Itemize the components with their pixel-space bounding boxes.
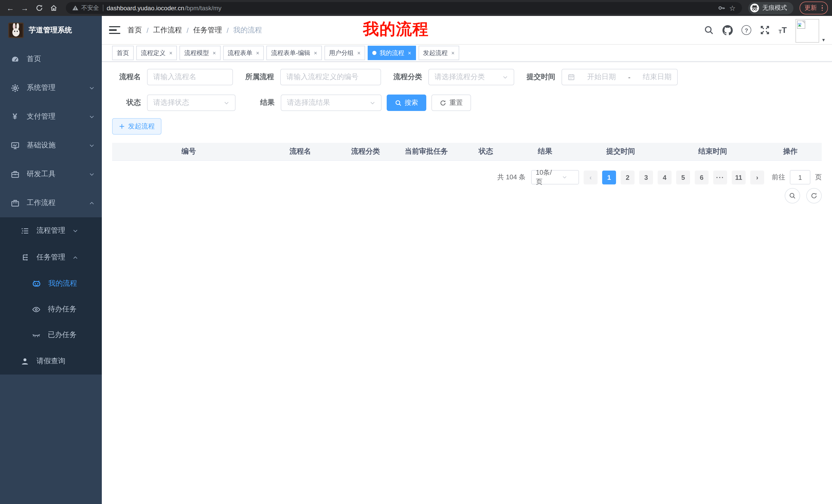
chevron-down-icon: [89, 85, 95, 91]
prev-page-button[interactable]: ‹: [583, 170, 598, 184]
address-bar[interactable]: 不安全 dashboard.yudao.iocoder.cn/bpm/task/…: [66, 2, 742, 14]
toolbox-icon: [10, 170, 20, 178]
sidebar-item-infrastructure[interactable]: 基础设施: [0, 131, 102, 160]
screen: ← → 不安全 dashboard.yudao.iocoder.cn/bpm/t…: [0, 0, 832, 504]
date-start-placeholder: 开始日期: [587, 73, 616, 82]
annotation-text: 我的流程: [363, 19, 429, 40]
tab-6[interactable]: 我的流程×: [368, 46, 416, 60]
avatar[interactable]: [796, 19, 819, 43]
chevron-down-icon: [89, 143, 95, 148]
jump-page-input[interactable]: 1: [790, 170, 810, 185]
sidebar-item-label: 支付管理: [27, 112, 82, 121]
logo-image: [8, 23, 24, 38]
avatar-caret-icon[interactable]: ▾: [822, 37, 825, 43]
next-page-button[interactable]: ›: [750, 170, 764, 184]
search-icon[interactable]: [704, 25, 714, 35]
sidebar-item-done-tasks[interactable]: 已办任务: [0, 322, 102, 348]
sidebar-item-my-process[interactable]: 我的流程: [0, 271, 102, 297]
result-select[interactable]: 请选择流结果: [281, 94, 382, 111]
sidebar-item-payment[interactable]: ¥ 支付管理: [0, 102, 102, 131]
tab-1[interactable]: 流程定义×: [136, 46, 177, 60]
robot-icon: [32, 279, 41, 288]
category-select[interactable]: 请选择流程分类: [428, 69, 514, 85]
filter-time-label: 提交时间: [526, 73, 562, 82]
tab-label: 流程表单-编辑: [271, 49, 310, 57]
breadcrumb-task-management[interactable]: 任务管理: [193, 25, 222, 35]
sidebar-item-process-management[interactable]: 流程管理: [0, 217, 102, 244]
breadcrumb-workflow[interactable]: 工作流程: [153, 25, 182, 35]
tab-2[interactable]: 流程模型×: [180, 46, 220, 60]
more-pages-button[interactable]: ···: [713, 170, 727, 184]
page-button-3[interactable]: 3: [639, 170, 653, 184]
browser-home-button[interactable]: [47, 2, 60, 14]
close-icon[interactable]: ×: [213, 50, 216, 56]
page-button-1[interactable]: 1: [602, 170, 616, 184]
bookmark-star-icon[interactable]: ☆: [729, 4, 735, 12]
submit-time-range-picker[interactable]: 开始日期 - 结束日期: [562, 69, 678, 85]
sidebar-item-label: 待办任务: [48, 305, 77, 314]
browser-forward-button[interactable]: →: [19, 2, 31, 14]
page-size-select[interactable]: 10条/页: [531, 170, 579, 185]
close-icon[interactable]: ×: [357, 50, 361, 56]
col-end-time: 结束时间: [667, 143, 759, 161]
refresh-button[interactable]: [806, 188, 822, 203]
page-button-6[interactable]: 6: [695, 170, 709, 184]
process-definition-input[interactable]: 请输入流程定义的编号: [280, 69, 381, 85]
github-icon[interactable]: [723, 25, 733, 35]
close-icon[interactable]: ×: [169, 50, 173, 56]
hamburger-icon[interactable]: [109, 26, 120, 34]
sidebar-item-workflow[interactable]: 工作流程: [0, 189, 102, 217]
fullscreen-icon[interactable]: [760, 25, 770, 35]
browser-back-button[interactable]: ←: [4, 2, 17, 14]
close-icon[interactable]: ×: [314, 50, 317, 56]
user-icon: [21, 357, 29, 366]
breadcrumb-current: 我的流程: [233, 25, 262, 35]
sidebar-item-label: 请假查询: [36, 357, 65, 366]
sidebar-item-task-management[interactable]: 任务管理: [0, 244, 102, 271]
incognito-icon: [750, 3, 759, 13]
page-button-2[interactable]: 2: [621, 170, 634, 184]
search-toggle-button[interactable]: [785, 188, 800, 203]
tree-icon: [21, 253, 29, 262]
sidebar-item-label: 工作流程: [27, 198, 82, 207]
breadcrumb-home[interactable]: 首页: [128, 25, 142, 35]
sidebar-item-home[interactable]: 首页: [0, 45, 102, 74]
tab-5[interactable]: 用户分组×: [324, 46, 365, 60]
url-path: /bpm/task/my: [185, 4, 222, 11]
sidebar-item-leave-query[interactable]: 请假查询: [0, 348, 102, 374]
close-icon[interactable]: ×: [256, 50, 259, 56]
page-button-5[interactable]: 5: [676, 170, 690, 184]
col-result: 结果: [515, 143, 575, 161]
page-button-11[interactable]: 11: [732, 170, 746, 184]
sidebar-item-todo-tasks[interactable]: 待办任务: [0, 297, 102, 322]
create-process-button[interactable]: 发起流程: [112, 118, 161, 135]
status-select[interactable]: 请选择状态: [147, 94, 235, 111]
reset-button[interactable]: 重置: [432, 94, 471, 111]
tab-0[interactable]: 首页: [112, 46, 134, 60]
dashboard-icon: [10, 55, 20, 63]
browser-reload-button[interactable]: [33, 2, 45, 14]
sidebar-item-devtools[interactable]: 研发工具: [0, 160, 102, 189]
search-icon: [395, 100, 401, 106]
tab-7[interactable]: 发起流程×: [418, 46, 459, 60]
site-security[interactable]: 不安全: [72, 4, 99, 12]
process-name-input[interactable]: 请输入流程名: [147, 69, 233, 85]
total-count: 共 104 条: [497, 173, 525, 182]
chevron-up-icon: [73, 255, 78, 260]
sidebar-item-system[interactable]: 系统管理: [0, 74, 102, 102]
password-key-icon[interactable]: [718, 4, 726, 12]
tab-4[interactable]: 流程表单-编辑×: [267, 46, 322, 60]
help-icon[interactable]: ?: [742, 25, 751, 35]
tab-label: 流程表单: [228, 49, 253, 57]
page-button-4[interactable]: 4: [658, 170, 672, 184]
close-icon[interactable]: ×: [451, 50, 454, 56]
col-actions: 操作: [759, 143, 822, 161]
filter-definition-label: 所属流程: [245, 73, 280, 82]
search-button[interactable]: 搜索: [387, 94, 426, 111]
browser-menu-icon[interactable]: [822, 5, 823, 11]
font-size-icon[interactable]: TT: [779, 26, 787, 34]
close-icon[interactable]: ×: [408, 50, 411, 56]
yen-icon: ¥: [10, 112, 20, 121]
browser-update-button[interactable]: 更新: [799, 2, 828, 15]
tab-3[interactable]: 流程表单×: [223, 46, 264, 60]
